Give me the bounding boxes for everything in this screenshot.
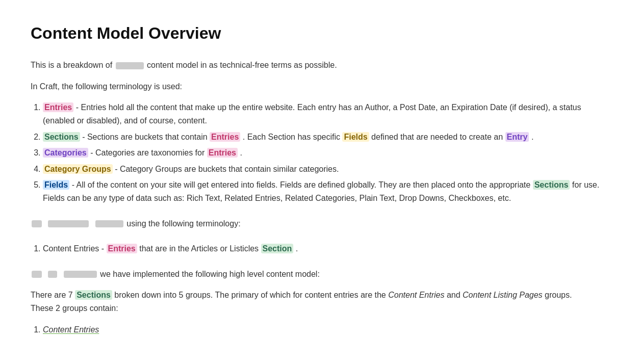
fields-link-sections: Sections <box>533 180 570 190</box>
redacted-word-3 <box>95 220 123 227</box>
list-item-categories: Categories - Categories are taxonomies f… <box>43 146 606 160</box>
final-list-item-1: Content Entries <box>43 323 606 336</box>
redacted-word-2 <box>48 220 89 227</box>
intro-paragraph: This is a breakdown of content model in … <box>31 59 606 72</box>
redacted-suffix-1: using the following terminology: <box>126 219 240 228</box>
summary-and: and <box>447 291 463 299</box>
fields-desc-1: - All of the content on your site will g… <box>72 180 533 189</box>
usage-item-section-term: Section <box>261 244 294 253</box>
term-entries: Entries <box>43 102 73 112</box>
summary-sections-term: Sections <box>75 290 112 300</box>
summary-italic-2: Content Listing Pages <box>463 291 543 299</box>
sections-link-entries: Entries <box>210 132 240 142</box>
usage-list: Content Entries - Entries that are in th… <box>43 242 606 255</box>
summary-paragraph: There are 7 Sections broken down into 5 … <box>31 289 606 315</box>
list-item-fields: Fields - All of the content on your site… <box>43 178 606 204</box>
redacted-word-6 <box>64 271 97 278</box>
categories-desc-1: - Categories are taxonomies for <box>90 148 207 157</box>
term-categories: Categories <box>43 148 88 158</box>
usage-list-item-1: Content Entries - Entries that are in th… <box>43 242 606 255</box>
list-item-category-groups: Category Groups - Category Groups are bu… <box>43 163 606 176</box>
final-list: Content Entries <box>43 323 606 336</box>
summary-mid: broken down into 5 groups. The primary o… <box>114 291 388 299</box>
redacted-paragraph-2: we have implemented the following high l… <box>31 268 606 281</box>
redacted-word-1 <box>32 220 42 227</box>
term-sections: Sections <box>43 132 80 142</box>
summary-before: There are 7 <box>31 291 75 299</box>
usage-item-after: . <box>296 244 298 253</box>
redacted-paragraph-1: using the following terminology: <box>31 217 606 230</box>
redacted-word-4 <box>32 271 42 278</box>
sections-link-entry: Entry <box>505 132 529 142</box>
intro-text-after: content model in as technical-free terms… <box>147 61 337 69</box>
sections-desc-2: . Each Section has specific <box>243 133 343 141</box>
sections-desc-3: defined that are needed to create an <box>371 133 505 141</box>
categories-link-entries: Entries <box>207 148 238 158</box>
summary-italic-1: Content Entries <box>388 291 444 299</box>
summary-groups-contain: These 2 groups contain: <box>31 304 118 313</box>
entries-description: - Entries hold all the content that make… <box>43 103 581 125</box>
list-item-entries: Entries - Entries hold all the content t… <box>43 101 606 127</box>
category-groups-desc: - Category Groups are buckets that conta… <box>115 165 339 173</box>
sections-desc-4: . <box>531 133 533 141</box>
list-item-sections: Sections - Sections are buckets that con… <box>43 131 606 144</box>
usage-item-before: Content Entries - <box>43 244 107 253</box>
terminology-list: Entries - Entries hold all the content t… <box>43 101 606 204</box>
redacted-brand-name <box>116 62 144 69</box>
intro-text-before: This is a breakdown of <box>31 61 112 69</box>
usage-item-entries-term: Entries <box>107 244 137 253</box>
usage-item-mid: that are in the Articles or Listicles <box>139 244 261 253</box>
categories-desc-2: . <box>240 148 242 157</box>
redacted-suffix-2: we have implemented the following high l… <box>100 270 319 278</box>
redacted-word-5 <box>48 271 57 278</box>
term-category-groups: Category Groups <box>43 164 113 174</box>
sections-link-fields: Fields <box>342 132 369 142</box>
summary-end: groups. <box>545 291 572 299</box>
final-item-content-entries: Content Entries <box>43 325 99 334</box>
page-title: Content Model Overview <box>31 20 606 46</box>
sections-desc-1: - Sections are buckets that contain <box>82 133 210 141</box>
term-fields: Fields <box>43 180 69 190</box>
terminology-intro: In Craft, the following terminology is u… <box>31 80 606 93</box>
